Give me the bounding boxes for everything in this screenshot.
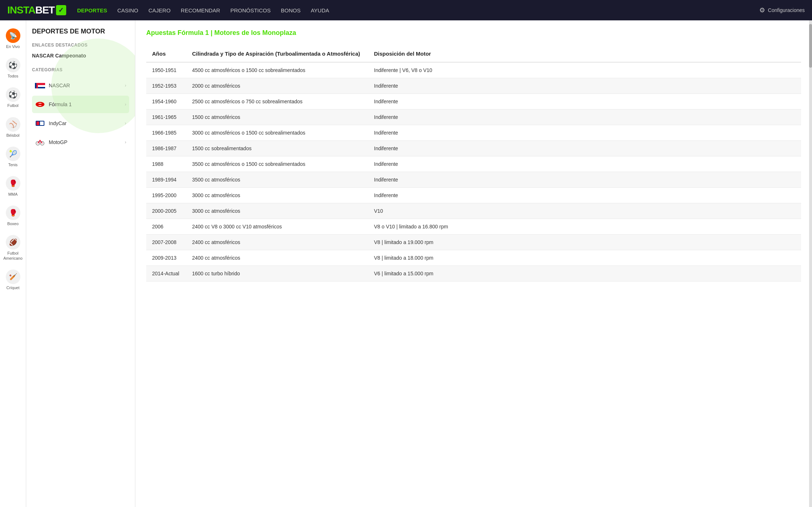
futbol-americano-icon: 🏈 [6,235,20,249]
cell-years: 2007-2008 [146,235,186,250]
scrollbar[interactable] [809,20,812,507]
cell-layout: V10 [368,203,801,219]
nav-deportes[interactable]: DEPORTES [77,7,107,13]
category-indycar[interactable]: IndyCar › [32,115,129,132]
svg-rect-10 [40,121,44,125]
main-content: Apuestas Fórmula 1 | Motores de los Mono… [135,20,812,507]
table-row: 19883500 cc atmosféricos o 1500 cc sobre… [146,156,801,172]
table-row: 1986-19871500 cc sobrealimentadosIndifer… [146,141,801,156]
gear-icon: ⚙ [759,6,765,14]
cell-engine: 4500 cc atmosféricos o 1500 cc sobrealim… [186,62,368,78]
nav-cajero[interactable]: CAJERO [148,7,171,13]
table-row: 1989-19943500 cc atmosféricosIndiferente [146,172,801,188]
settings-label: Configuraciones [768,7,805,13]
svg-rect-3 [35,83,36,88]
header-settings[interactable]: ⚙ Configuraciones [759,6,805,14]
cell-years: 2000-2005 [146,203,186,219]
cell-years: 1988 [146,156,186,172]
cell-layout: V8 o V10 | limitado a 16.800 rpm [368,219,801,235]
sidebar-item-boxeo[interactable]: 🥊 Boxeo [0,201,26,231]
cell-engine: 2400 cc atmosféricos [186,250,368,266]
cell-layout: V8 | limitado a 18.000 rpm [368,250,801,266]
table-row: 2000-20053000 cc atmosféricosV10 [146,203,801,219]
motogp-icon [35,137,45,147]
cell-engine: 1500 cc atmosféricos [186,109,368,125]
categories-label: CATEGORIAS [32,67,129,72]
category-nascar[interactable]: NASCAR › [32,77,129,94]
cell-years: 2014-Actual [146,266,186,282]
sidebar-item-criquet[interactable]: 🏏 Críquet [0,265,26,295]
cell-engine: 3500 cc atmosféricos o 1500 cc sobrealim… [186,156,368,172]
sidebar-label-beisbol: Béisbol [6,133,19,138]
table-row: 1995-20003000 cc atmosféricosIndiferente [146,188,801,203]
chevron-right-icon: › [125,83,126,88]
indycar-icon [35,118,45,128]
sidebar-label-todos: Todos [8,74,18,79]
sidebar-label-boxeo: Boxeo [7,221,19,226]
cell-layout: Indiferente [368,141,801,156]
cell-engine: 1500 cc sobrealimentados [186,141,368,156]
en-vivo-icon: 📡 [6,28,20,43]
col-header-engine: Cilindrada y Tipo de Aspiración (Turboal… [186,45,368,62]
logo-checkmark [56,5,66,15]
chevron-right-icon-indycar: › [125,121,126,126]
featured-label: ENLACES DESTACADOS [32,43,129,48]
cell-engine: 2500 cc atmosféricos o 750 cc sobrealime… [186,94,368,109]
sidebar-item-todos[interactable]: ⚽ Todos [0,53,26,83]
category-formula1[interactable]: Fórmula 1 › [32,96,129,113]
beisbol-icon: ⚾ [6,117,20,132]
sidebar-item-beisbol[interactable]: ⚾ Béisbol [0,113,26,142]
table-row: 2009-20132400 cc atmosféricosV8 | limita… [146,250,801,266]
sidebar-label-futbol-americano: Futbol Americano [3,251,23,260]
cell-years: 1950-1951 [146,62,186,78]
nav-ayuda[interactable]: AYUDA [311,7,329,13]
featured-section: ENLACES DESTACADOS NASCAR Campeonato [32,43,129,60]
nav-pronosticos[interactable]: PRONÓSTICOS [230,7,271,13]
scrollbar-thumb[interactable] [809,24,812,68]
featured-link-nascar[interactable]: NASCAR Campeonato [32,51,129,60]
sidebar-item-futbol-americano[interactable]: 🏈 Futbol Americano [0,231,26,265]
cell-layout: Indiferente [368,109,801,125]
mma-icon: 🥊 [6,176,20,191]
cell-layout: Indiferente [368,156,801,172]
category-name-nascar: NASCAR [49,83,121,88]
cell-years: 2009-2013 [146,250,186,266]
cell-years: 1954-1960 [146,94,186,109]
nav-recomendar[interactable]: RECOMENDAR [181,7,220,13]
sidebar-label-criquet: Críquet [6,286,19,290]
nav-bonos[interactable]: BONOS [281,7,300,13]
sidebar-item-mma[interactable]: 🥊 MMA [0,172,26,201]
category-name-indycar: IndyCar [49,120,121,126]
sidebar-icons: 📡 En Vivo ⚽ Todos ⚽ Futbol ⚾ Béisbol 🎾 T… [0,20,26,507]
futbol-icon: ⚽ [6,87,20,102]
boxeo-icon: 🥊 [6,205,20,220]
categories-panel-title: DEPORTES DE MOTOR [32,28,129,35]
table-row: 2007-20082400 cc atmosféricosV8 | limita… [146,235,801,250]
cell-years: 1995-2000 [146,188,186,203]
table-row: 1966-19853000 cc atmosféricos o 1500 cc … [146,125,801,141]
svg-rect-4 [36,83,38,88]
categories-panel: DEPORTES DE MOTOR ENLACES DESTACADOS NAS… [26,20,135,507]
col-header-years: Años [146,45,186,62]
cell-layout: Indiferente [368,188,801,203]
sidebar-label-mma: MMA [8,192,18,197]
nav-casino[interactable]: CASINO [117,7,138,13]
col-header-layout: Disposición del Motor [368,45,801,62]
logo[interactable]: INSTABET [7,4,66,16]
sidebar-item-futbol[interactable]: ⚽ Futbol [0,83,26,112]
cell-engine: 2000 cc atmosféricos [186,78,368,94]
table-row: 2014-Actual1600 cc turbo híbridoV6 | lim… [146,266,801,282]
table-row: 1961-19651500 cc atmosféricosIndiferente [146,109,801,125]
sidebar-item-tenis[interactable]: 🎾 Tenis [0,142,26,172]
cell-years: 1952-1953 [146,78,186,94]
page-title: Apuestas Fórmula 1 | Motores de los Mono… [146,29,801,37]
main-nav: DEPORTES CASINO CAJERO RECOMENDAR PRONÓS… [77,7,748,13]
sidebar-item-en-vivo[interactable]: 📡 En Vivo [0,24,26,53]
category-motogp[interactable]: MotoGP › [32,133,129,151]
formula1-icon [35,99,45,109]
cell-years: 1986-1987 [146,141,186,156]
cell-layout: V6 | limitado a 15.000 rpm [368,266,801,282]
cell-layout: Indiferente [368,94,801,109]
cell-engine: 3000 cc atmosféricos [186,203,368,219]
cell-years: 2006 [146,219,186,235]
